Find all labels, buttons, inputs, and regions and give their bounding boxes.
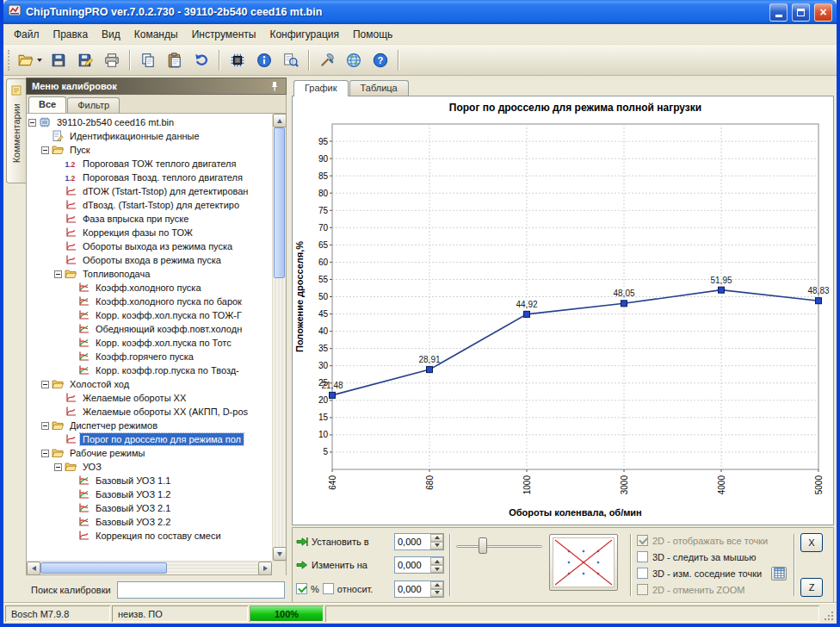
change-value-button[interactable]: Изменить на [312, 560, 391, 570]
close-button[interactable]: × [814, 3, 832, 22]
tools-button[interactable] [314, 47, 340, 73]
option-checkbox[interactable] [637, 551, 648, 562]
menu-item[interactable]: Конфигурация [262, 26, 346, 43]
tree-item[interactable]: 1.2Пороговая Твозд. теплого двигателя [28, 171, 272, 184]
tab-table[interactable]: Таблица [349, 80, 409, 96]
spin-up-button[interactable] [430, 581, 443, 589]
chip-read-button[interactable] [225, 47, 250, 73]
tab-chart[interactable]: График [293, 80, 349, 96]
expand-toggle[interactable] [41, 450, 49, 457]
spin-up-button[interactable] [430, 534, 443, 542]
tree-item[interactable]: Корр. коэфф.хол.пуска по Тотс [28, 336, 272, 350]
tree-item[interactable]: Обороты входа в режима пуска [28, 253, 272, 267]
undo-button[interactable] [188, 47, 214, 73]
scroll-track[interactable] [273, 127, 286, 547]
tree-item[interactable]: dТвозд. (Tstart-Tstop) для детектиро [28, 198, 272, 212]
tree-item[interactable]: Коэфф.холодного пуска по барок [28, 295, 272, 308]
expand-toggle[interactable] [41, 422, 49, 430]
tree-item[interactable]: Коэфф.горячего пуска [28, 350, 272, 363]
pin-icon[interactable] [269, 80, 281, 92]
save-file-button[interactable] [46, 47, 71, 73]
spin-down-button[interactable] [430, 565, 443, 573]
scroll-track[interactable] [40, 562, 258, 574]
change-value-input[interactable] [395, 557, 430, 573]
tree-horizontal-scrollbar[interactable] [27, 561, 286, 574]
grid-icon[interactable] [771, 567, 787, 580]
scroll-right-button[interactable] [258, 562, 272, 575]
tree-item[interactable]: 39110-2b540 ceed16 mt.bin [28, 115, 272, 129]
toolbar-grip[interactable] [8, 50, 11, 71]
tree-item[interactable]: Базовый УОЗ 1.1 [28, 474, 272, 487]
minimize-button[interactable] [769, 3, 788, 22]
tree-item[interactable]: Желаемые обороты ХХ [28, 391, 272, 405]
spin-down-button[interactable] [430, 589, 443, 597]
tree-item[interactable]: dТОЖ (Tstart-Tstop) для детектирован [28, 184, 272, 198]
tree-item[interactable]: Обороты выхода из режима пуска [28, 239, 272, 253]
comments-panel-tab[interactable]: Комментарии [6, 78, 26, 183]
tree-item[interactable]: 1.2Пороговая ТОЖ теплого двигателя [28, 157, 272, 171]
maximize-button[interactable] [792, 3, 810, 22]
throttle-threshold-chart[interactable]: 5101520253035404550556065707580859095640… [293, 96, 833, 525]
menu-item[interactable]: Файл [7, 26, 46, 43]
scroll-down-button[interactable] [273, 547, 287, 561]
paste-button[interactable] [162, 47, 188, 73]
menu-item[interactable]: Вид [95, 26, 127, 43]
tree-item[interactable]: Базовый УОЗ 1.2 [28, 487, 272, 501]
option-checkbox[interactable] [637, 535, 648, 546]
tree-item[interactable]: Коррекция по составу смеси [28, 529, 272, 543]
save-as-button[interactable] [72, 47, 98, 73]
spin-up-button[interactable] [430, 557, 443, 565]
scroll-thumb[interactable] [40, 562, 167, 574]
expand-toggle[interactable] [28, 119, 36, 127]
tree-item[interactable]: Рабочие режимы [28, 446, 272, 460]
expand-toggle[interactable] [41, 381, 49, 388]
tree-item[interactable]: Порог по дросселю для режима пол [28, 432, 272, 446]
tree-item[interactable]: Базовый УОЗ 2.1 [28, 501, 272, 515]
help-button[interactable]: ? [368, 47, 393, 73]
tree-item[interactable]: Пуск [28, 143, 272, 157]
internet-button[interactable] [341, 47, 367, 73]
expand-toggle[interactable] [54, 270, 62, 278]
tree-item[interactable]: Коррекция фазы по ТОЖ [28, 226, 272, 239]
menu-item[interactable]: Правка [46, 26, 96, 43]
tree-item[interactable]: УОЗ [28, 460, 272, 474]
set-value-input[interactable] [395, 534, 430, 549]
tab-filter[interactable]: Фильтр [67, 97, 120, 113]
scroll-up-button[interactable] [273, 114, 287, 127]
relative-checkbox[interactable] [323, 583, 334, 594]
smoothing-slider[interactable] [456, 537, 542, 555]
zoom-search-button[interactable] [278, 47, 304, 73]
tree-item[interactable]: Корр. коэфф.хол.пуска по ТОЖ-Г [28, 308, 272, 322]
expand-toggle[interactable] [54, 463, 62, 471]
tree-item[interactable]: Идентификационные данные [28, 129, 272, 143]
scroll-thumb[interactable] [274, 127, 285, 278]
menu-item[interactable]: Инструменты [185, 26, 263, 43]
tree-item[interactable]: Холостой ход [28, 377, 272, 391]
tree-item[interactable]: Диспетчер режимов [28, 419, 272, 432]
expand-toggle[interactable] [41, 146, 49, 154]
option-checkbox[interactable] [637, 584, 648, 595]
tree-item[interactable]: Обедняющий коэфф.повт.холодн [28, 322, 272, 336]
print-button[interactable] [99, 47, 125, 73]
tab-all[interactable]: Все [28, 96, 66, 113]
tree-item[interactable]: Топливоподача [28, 267, 272, 281]
menu-item[interactable]: Помощь [346, 26, 399, 43]
percent-checkbox[interactable] [296, 583, 307, 594]
tree-item[interactable]: Фаза впрыска при пуске [28, 212, 272, 226]
option-checkbox[interactable] [637, 568, 648, 579]
open-file-button[interactable] [15, 47, 45, 73]
tree-item[interactable]: Базовый УОЗ 2.2 [28, 515, 272, 529]
tree-item[interactable]: Желаемые обороты ХХ (АКПП, D-pos [28, 405, 272, 419]
info-button[interactable] [251, 47, 277, 73]
map-preview-button[interactable] [549, 534, 618, 591]
calibration-search-input[interactable] [117, 581, 285, 599]
x-axis-button[interactable]: X [800, 533, 823, 552]
scroll-left-button[interactable] [27, 562, 40, 575]
tree-vertical-scrollbar[interactable] [272, 114, 286, 561]
copy-button[interactable] [135, 47, 161, 73]
tree-item[interactable]: Корр. коэфф.гор.пуска по Твозд- [28, 363, 272, 377]
spin-down-button[interactable] [430, 542, 443, 549]
z-axis-button[interactable]: Z [800, 578, 823, 597]
dropdown-arrow-icon[interactable] [37, 59, 42, 62]
relative-value-input[interactable] [395, 581, 430, 597]
